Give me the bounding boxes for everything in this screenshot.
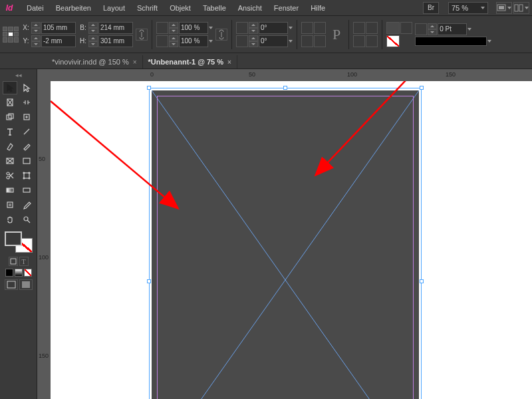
stroke-swatch[interactable] <box>386 35 400 47</box>
fill-swatch[interactable] <box>386 22 400 34</box>
x-spinner[interactable] <box>31 22 41 34</box>
strokewt-spinner[interactable] <box>428 23 437 35</box>
rotate-ccw-icon[interactable] <box>301 35 313 47</box>
free-transform-tool[interactable] <box>19 169 34 182</box>
content-collector-tool[interactable] <box>3 110 17 124</box>
view-mode-normal-icon[interactable] <box>5 279 18 290</box>
tab-label: *vinovivir.indd @ 150 % <box>52 58 129 66</box>
scale-y-icon <box>156 35 168 47</box>
stroke-style-dropdown[interactable] <box>415 37 487 46</box>
menu-layout[interactable]: Layout <box>98 3 130 13</box>
rectangle-tool[interactable] <box>19 154 34 168</box>
stroke-weight-icon <box>415 23 427 35</box>
shear-spinner[interactable] <box>249 35 258 47</box>
h-input[interactable]: 301 mm <box>98 35 133 47</box>
gradient-swatch-tool[interactable] <box>3 184 17 197</box>
ruler-tick-label: 100 <box>347 71 357 78</box>
formatting-container-icon[interactable] <box>9 257 18 266</box>
vertical-ruler[interactable]: 50 100 150 <box>37 69 51 399</box>
annotation-arrow-1 <box>51 81 529 399</box>
chevron-down-icon[interactable] <box>467 28 471 31</box>
w-spinner[interactable] <box>88 22 98 34</box>
scaley-spinner[interactable] <box>169 35 178 47</box>
tab-label: *Unbenannt-1 @ 75 % <box>148 58 223 66</box>
note-tool[interactable] <box>3 198 17 211</box>
apply-none-icon[interactable] <box>24 269 32 277</box>
rectangle-frame-tool[interactable] <box>3 154 17 168</box>
scale-y-input[interactable]: 100 % <box>179 35 208 47</box>
apply-gradient-icon[interactable] <box>15 269 23 277</box>
menu-file[interactable]: Datei <box>21 3 49 13</box>
formatting-text-icon[interactable]: T <box>19 257 29 266</box>
menu-table[interactable]: Tabelle <box>198 3 231 13</box>
direct-selection-tool[interactable] <box>19 81 34 94</box>
y-input[interactable]: -2 mm <box>41 35 76 47</box>
scale-x-input[interactable]: 100 % <box>179 22 208 34</box>
constrain-wh-icon[interactable] <box>136 29 148 41</box>
svg-line-29 <box>51 101 177 207</box>
fill-stroke-swatches[interactable] <box>5 231 33 253</box>
reference-point[interactable] <box>3 27 19 43</box>
x-input[interactable]: 105 mm <box>41 22 76 34</box>
shear-input[interactable]: 0° <box>259 35 288 47</box>
view-mode-preview-icon[interactable] <box>19 279 33 290</box>
horizontal-ruler[interactable]: 0 50 100 150 200 <box>51 69 532 81</box>
eyedropper-tool[interactable] <box>19 198 34 211</box>
ruler-tick-label: 50 <box>249 71 255 78</box>
tab-doc-1[interactable]: *vinovivir.indd @ 150 % × <box>47 55 143 68</box>
menu-object[interactable]: Objekt <box>164 3 196 13</box>
chevron-down-icon[interactable] <box>209 27 213 29</box>
rotate-input[interactable]: 0° <box>259 22 288 34</box>
pencil-tool[interactable] <box>19 140 34 153</box>
constrain-scale-icon[interactable] <box>215 29 227 41</box>
flip-v-icon[interactable] <box>314 35 326 47</box>
page-tool[interactable] <box>3 96 17 109</box>
svg-rect-3 <box>519 5 523 11</box>
content-placer-tool[interactable] <box>19 110 34 124</box>
svg-point-18 <box>23 178 25 179</box>
hand-tool[interactable] <box>3 213 17 226</box>
paragraph-style-icon[interactable]: P <box>329 26 344 43</box>
selection-tool[interactable] <box>3 81 17 94</box>
panel-grip-icon[interactable]: ◂◂ <box>1 72 35 78</box>
close-icon[interactable]: × <box>133 59 137 66</box>
pen-tool[interactable] <box>3 140 17 153</box>
h-spinner[interactable] <box>88 35 98 47</box>
svg-point-17 <box>29 172 30 174</box>
workarea: ◂◂ T <box>0 69 532 399</box>
ruler-tick-label: 150 <box>446 71 456 78</box>
gap-tool[interactable] <box>19 96 34 109</box>
chevron-down-icon[interactable] <box>289 40 293 43</box>
arrange-button[interactable] <box>513 2 529 14</box>
svg-point-13 <box>7 172 9 175</box>
select-prev-icon[interactable] <box>353 35 365 47</box>
w-input[interactable]: 214 mm <box>98 22 133 34</box>
line-tool[interactable] <box>19 125 34 138</box>
gradient-feather-tool[interactable] <box>19 184 34 197</box>
scalex-spinner[interactable] <box>169 22 178 34</box>
rotate-spinner[interactable] <box>249 22 258 34</box>
svg-rect-22 <box>7 202 13 207</box>
fill-color-swatch[interactable] <box>5 231 22 246</box>
chevron-down-icon[interactable] <box>209 40 213 43</box>
zoom-dropdown[interactable]: 75 % <box>448 2 488 14</box>
screen-mode-button[interactable] <box>496 2 512 14</box>
chevron-down-icon[interactable] <box>289 27 293 29</box>
close-icon[interactable]: × <box>227 59 231 66</box>
select-next-icon[interactable] <box>366 35 378 47</box>
play-icon[interactable] <box>400 22 412 34</box>
y-spinner[interactable] <box>31 35 41 47</box>
menu-window[interactable]: Fenster <box>269 3 304 13</box>
canvas[interactable]: 0 50 100 150 200 <box>51 69 532 399</box>
apply-color-icon[interactable] <box>5 269 13 277</box>
svg-line-30 <box>317 81 443 174</box>
menu-edit[interactable]: Bearbeiten <box>51 3 96 13</box>
scissors-tool[interactable] <box>3 169 17 182</box>
type-tool[interactable] <box>3 125 17 138</box>
chevron-down-icon <box>507 7 511 9</box>
zoom-tool[interactable] <box>19 213 34 226</box>
tab-doc-2[interactable]: *Unbenannt-1 @ 75 % × <box>143 55 237 68</box>
chevron-down-icon[interactable] <box>487 40 491 43</box>
stroke-weight-input[interactable]: 0 Pt <box>438 23 467 35</box>
toolbox: ◂◂ T <box>0 69 37 399</box>
